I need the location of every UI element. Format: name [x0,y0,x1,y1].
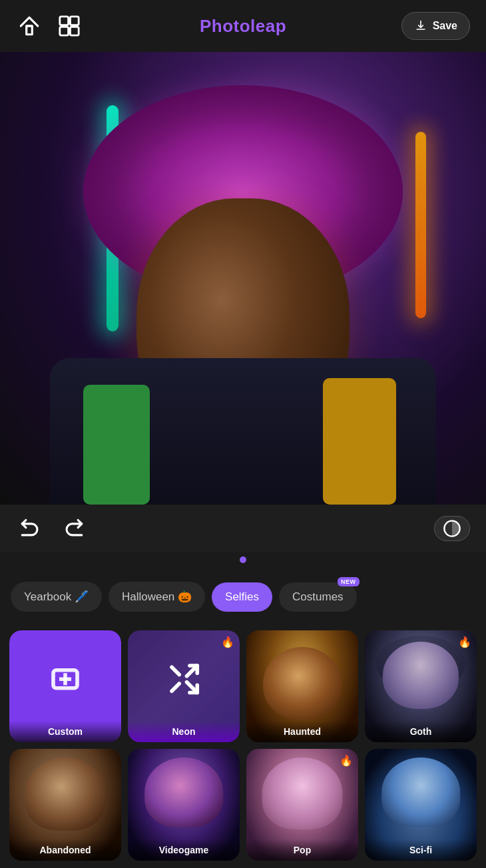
compare-icon [443,519,461,538]
custom-label: Custom [9,721,121,742]
tab-yearbook[interactable]: Yearbook 🖊️ [11,582,102,612]
jacket-accent-green [83,385,150,505]
home-icon [18,15,41,37]
videogame-label: Videogame [128,839,240,861]
style-grid: Custom 🔥 Neon Haunted 🔥 [0,624,486,868]
svg-rect-4 [60,27,69,35]
toolbar-left [16,514,88,543]
neon-light-right [415,132,426,318]
tab-halloween-label: Halloween 🎃 [122,590,192,604]
save-icon [414,19,427,33]
style-neon[interactable]: 🔥 Neon [128,630,240,742]
goth-label: Goth [365,721,477,742]
image-toolbar [0,505,486,552]
neon-label: Neon [128,721,240,742]
svg-rect-2 [60,17,69,25]
redo-icon [62,517,85,540]
redo-button[interactable] [59,514,88,543]
style-haunted[interactable]: Haunted [246,630,358,742]
pop-fire-badge: 🔥 [340,754,353,767]
tab-yearbook-label: Yearbook 🖊️ [24,590,89,604]
tab-halloween[interactable]: Halloween 🎃 [109,582,205,612]
edited-image [0,52,486,505]
tab-selfies[interactable]: Selfies [212,582,272,612]
custom-style-icon [47,661,83,700]
compare-button[interactable] [434,516,470,541]
save-button[interactable]: Save [401,12,470,40]
tab-costumes[interactable]: Costumes NEW [279,582,357,612]
svg-rect-1 [27,26,33,35]
shuffle-icon [166,661,202,700]
gallery-icon [58,15,81,37]
tab-costumes-label: Costumes [292,590,344,604]
style-pop[interactable]: 🔥 Pop [246,749,358,861]
main-image-area [0,52,486,505]
jacket-accent-yellow [323,378,396,505]
scifi-label: Sci-fi [365,839,477,861]
haunted-label: Haunted [246,721,358,742]
new-badge: NEW [338,577,360,586]
style-custom[interactable]: Custom [9,630,121,742]
home-button[interactable] [16,13,43,39]
app-title: Photoleap [200,16,286,37]
gallery-button[interactable] [56,13,83,39]
tab-selfies-label: Selfies [225,590,259,604]
undo-icon [19,517,42,540]
pop-label: Pop [246,839,358,861]
style-videogame[interactable]: Videogame [128,749,240,861]
style-abandoned[interactable]: Abandoned [9,749,121,861]
category-tabs: Yearbook 🖊️ Halloween 🎃 Selfies Costumes… [0,570,486,624]
svg-rect-3 [70,17,79,25]
style-scifi[interactable]: Sci-fi [365,749,477,861]
abandoned-label: Abandoned [9,839,121,861]
style-goth[interactable]: 🔥 Goth [365,630,477,742]
goth-fire-badge: 🔥 [458,636,471,648]
svg-rect-5 [70,27,79,35]
neon-fire-badge: 🔥 [221,636,234,648]
undo-button[interactable] [16,514,45,543]
subject-jacket [50,358,436,505]
scroll-indicator [240,556,246,563]
header: Photoleap Save [0,0,486,52]
header-left-icons [16,13,83,39]
